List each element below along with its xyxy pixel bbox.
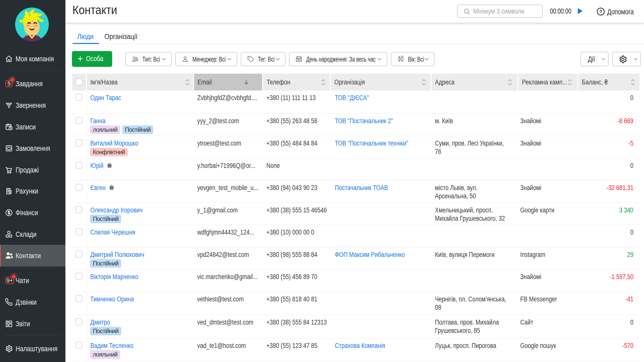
svg-text:?: ? <box>599 9 602 14</box>
